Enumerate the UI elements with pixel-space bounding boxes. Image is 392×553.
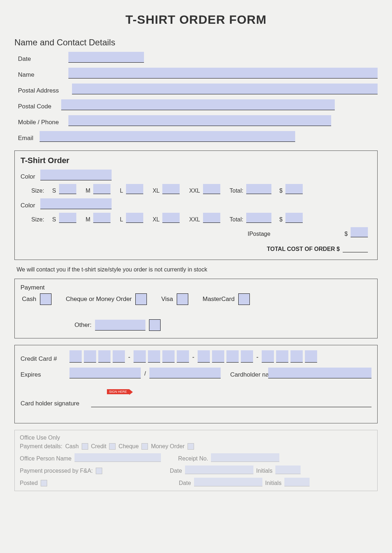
dollar-postage: $ bbox=[344, 231, 348, 237]
signature-input[interactable] bbox=[91, 396, 371, 407]
total-input-2[interactable] bbox=[246, 213, 271, 223]
cc-d5[interactable] bbox=[134, 350, 146, 363]
postal-address-label: Postal Address bbox=[18, 87, 72, 94]
office-credit-check[interactable] bbox=[109, 443, 116, 450]
mobile-input[interactable] bbox=[68, 115, 331, 126]
mobile-label: Mobile / Phone bbox=[18, 119, 68, 126]
posted-check[interactable] bbox=[41, 480, 47, 486]
xxl-label-2: XXL bbox=[189, 216, 200, 223]
color-input-2[interactable] bbox=[40, 198, 112, 209]
l-input-1[interactable] bbox=[126, 184, 143, 194]
processed-check[interactable] bbox=[96, 468, 102, 474]
color-label-1: Color bbox=[21, 173, 38, 180]
m-input-1[interactable] bbox=[93, 184, 111, 194]
size-label-2: Size: bbox=[31, 216, 49, 223]
name-input[interactable] bbox=[68, 68, 378, 78]
color-label-2: Color bbox=[21, 202, 38, 209]
s-label: S bbox=[52, 188, 56, 194]
xxl-label: XXL bbox=[189, 188, 200, 194]
postal-code-input[interactable] bbox=[61, 99, 335, 110]
date-label: Date bbox=[18, 55, 68, 63]
xl-input-2[interactable] bbox=[162, 213, 180, 223]
m-input-2[interactable] bbox=[93, 213, 111, 223]
office-person-label: Office Person Name bbox=[20, 455, 72, 462]
date-input[interactable] bbox=[68, 52, 144, 63]
other-label: Other: bbox=[75, 322, 91, 329]
color-input-1[interactable] bbox=[40, 170, 112, 180]
receipt-input[interactable] bbox=[211, 453, 279, 462]
amount-input-2[interactable] bbox=[285, 213, 303, 223]
office-person-input[interactable] bbox=[75, 453, 161, 462]
email-label: Email bbox=[18, 135, 40, 142]
cc-d16[interactable] bbox=[305, 350, 317, 363]
office-date-2[interactable] bbox=[194, 478, 262, 486]
cc-d2[interactable] bbox=[84, 350, 96, 363]
cheque-checkbox[interactable] bbox=[135, 293, 147, 305]
cc-d7[interactable] bbox=[162, 350, 175, 363]
office-credit-label: Credit bbox=[91, 443, 107, 450]
xxl-input-2[interactable] bbox=[203, 213, 220, 223]
total-input-1[interactable] bbox=[246, 184, 271, 194]
expires-label: Expires bbox=[21, 371, 67, 378]
office-initials-1[interactable] bbox=[275, 466, 301, 474]
cardholder-label: Cardholder name bbox=[230, 372, 266, 378]
cheque-label: Cheque or Money Order bbox=[66, 296, 132, 303]
s-input-2[interactable] bbox=[59, 213, 76, 223]
cardholder-input[interactable] bbox=[268, 368, 371, 378]
visa-label: Visa bbox=[161, 296, 173, 303]
initials-label-1: Initials bbox=[256, 468, 272, 474]
cc-d12[interactable] bbox=[241, 350, 253, 363]
office-initials-2[interactable] bbox=[284, 478, 310, 486]
office-cheque-check[interactable] bbox=[141, 443, 148, 450]
email-input[interactable] bbox=[40, 131, 295, 142]
payment-heading: Payment bbox=[21, 284, 371, 291]
cc-d11[interactable] bbox=[226, 350, 239, 363]
amount-input-1[interactable] bbox=[285, 184, 303, 194]
cash-checkbox[interactable] bbox=[40, 293, 51, 305]
order-heading: T-Shirt Order bbox=[21, 156, 371, 165]
other-checkbox[interactable] bbox=[149, 319, 161, 331]
order-section: T-Shirt Order Color Size: S M L XL XXL T… bbox=[14, 150, 378, 260]
cc-d3[interactable] bbox=[98, 350, 111, 363]
page-title: T-SHIRT ORDER FORM bbox=[14, 13, 378, 27]
processed-label: Payment processed by F&A: bbox=[20, 468, 93, 474]
l-input-2[interactable] bbox=[126, 213, 143, 223]
cc-d4[interactable] bbox=[113, 350, 125, 363]
other-input[interactable] bbox=[95, 320, 145, 331]
l-label: L bbox=[120, 188, 123, 194]
total-label-2: Total: bbox=[230, 216, 243, 223]
mastercard-label: MasterCard bbox=[203, 296, 235, 303]
expires-yy[interactable] bbox=[149, 368, 221, 378]
s-label-2: S bbox=[52, 216, 56, 223]
expires-mm[interactable] bbox=[69, 368, 141, 378]
xxl-input-1[interactable] bbox=[203, 184, 220, 194]
cc-d13[interactable] bbox=[262, 350, 274, 363]
xl-input-1[interactable] bbox=[162, 184, 180, 194]
cc-d15[interactable] bbox=[290, 350, 303, 363]
sign-here-tag: SIGN HERE bbox=[107, 389, 129, 394]
dollar-label-1: $ bbox=[279, 188, 283, 194]
mastercard-checkbox[interactable] bbox=[238, 293, 250, 305]
cc-d10[interactable] bbox=[212, 350, 224, 363]
date-label-2: Date bbox=[179, 480, 191, 486]
postal-address-input[interactable] bbox=[72, 84, 378, 94]
initials-label-2: Initials bbox=[265, 480, 281, 486]
office-cash-check[interactable] bbox=[82, 443, 88, 450]
cc-d9[interactable] bbox=[198, 350, 210, 363]
payment-section: Payment Cash Cheque or Money Order Visa … bbox=[14, 279, 378, 338]
office-mo-check[interactable] bbox=[188, 443, 194, 450]
visa-checkbox[interactable] bbox=[177, 293, 188, 305]
receipt-label: Receipt No. bbox=[178, 455, 208, 462]
office-mo-label: Money Order bbox=[151, 443, 184, 450]
postal-code-label: Postal Code bbox=[18, 103, 61, 110]
postage-input[interactable] bbox=[351, 227, 368, 237]
cc-d8[interactable] bbox=[177, 350, 189, 363]
cc-d14[interactable] bbox=[276, 350, 288, 363]
cc-d6[interactable] bbox=[148, 350, 160, 363]
signature-label: Card holder signature bbox=[21, 400, 89, 407]
cc-label: Credit Card # bbox=[21, 355, 67, 363]
s-input-1[interactable] bbox=[59, 184, 76, 194]
total-cost-input[interactable] bbox=[343, 242, 368, 252]
office-date-1[interactable] bbox=[185, 466, 253, 474]
cc-d1[interactable] bbox=[69, 350, 82, 363]
